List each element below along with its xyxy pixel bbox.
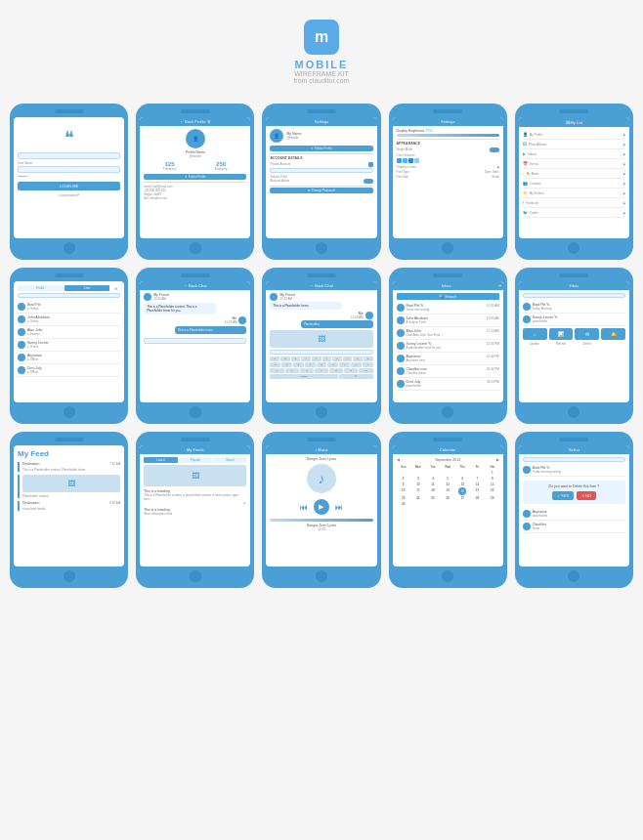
cal-d17[interactable]: 17 — [411, 487, 425, 495]
no-button[interactable]: ✕ NO — [577, 491, 596, 500]
cal-d22[interactable]: 22 — [486, 487, 499, 495]
cal-d30[interactable]: 30 — [397, 501, 410, 507]
home-button[interactable] — [442, 242, 453, 254]
key-n[interactable]: n — [344, 368, 358, 373]
next-month-btn[interactable]: ▶ — [496, 457, 499, 462]
inbox-dont-july[interactable]: Dont July placeholder 03:20 PM — [397, 378, 499, 391]
compose-icon[interactable]: ✏ — [498, 283, 501, 288]
del-clauditor[interactable]: Clauditor lorem — [523, 521, 625, 533]
cal-d16[interactable]: 16 — [397, 487, 410, 495]
change-password-button[interactable]: ⚙ Change Password — [270, 188, 372, 193]
key-c[interactable]: c — [300, 368, 314, 373]
home-button[interactable] — [190, 570, 201, 582]
cal-d26[interactable]: 26 — [441, 495, 454, 501]
key-t[interactable]: t — [312, 357, 322, 361]
next-icon[interactable]: ⏭ — [335, 503, 343, 512]
key-return[interactable]: ↵ — [339, 374, 373, 379]
cal-d19[interactable]: 19 — [441, 487, 454, 495]
cal-d27[interactable]: 27 — [455, 495, 469, 501]
key-e[interactable]: e — [291, 357, 301, 361]
username-input[interactable] — [18, 152, 120, 159]
key-z[interactable]: z — [270, 368, 283, 373]
popular-tab[interactable]: Popular — [179, 457, 212, 463]
list-contacts[interactable]: 👥 Contacts ▶ — [523, 179, 625, 189]
account-active-toggle[interactable] — [364, 179, 373, 184]
key-g[interactable]: g — [317, 362, 327, 367]
prev-icon[interactable]: ⏮ — [300, 503, 308, 512]
key-o[interactable]: o — [353, 357, 363, 361]
key-f[interactable]: f — [305, 362, 316, 367]
latest-tab[interactable]: Latest — [144, 457, 177, 463]
key-w[interactable]: w — [280, 357, 290, 361]
list-photo-albums[interactable]: 🖼 Photo Albums ▶ — [523, 140, 625, 149]
key-r[interactable]: r — [301, 357, 311, 361]
list-my-profile[interactable]: 👤 My Profile ▶ — [523, 130, 625, 140]
chat-brad-pitt[interactable]: Brad Pitt ● Online — [18, 301, 120, 314]
list-events[interactable]: 📅 Events ▶ — [523, 159, 625, 169]
chart-icon[interactable]: 📊 — [549, 328, 574, 340]
profile-tab[interactable]: Profile — [18, 285, 64, 291]
key-k[interactable]: k — [351, 362, 362, 367]
home-button[interactable] — [190, 406, 201, 418]
back-btn2[interactable]: ← Back — [310, 283, 323, 288]
graphics-mode-arrow[interactable]: ▶ — [497, 165, 499, 169]
key-j[interactable]: j — [339, 362, 350, 367]
home-button[interactable] — [316, 570, 327, 582]
cal-d28[interactable]: 28 — [470, 495, 484, 501]
yes-button[interactable]: ✓ YES — [552, 491, 574, 500]
inbox-john-abraham[interactable]: John Abraham A Subject Field 10:30 AM — [397, 315, 499, 327]
prev-month-btn[interactable]: ◀ — [397, 457, 400, 462]
key-s[interactable]: s — [281, 362, 292, 367]
cal-d24[interactable]: 24 — [411, 495, 425, 501]
inbox-clauditor[interactable]: Clauditor.com Clauditor place 02:42 PM — [397, 365, 499, 378]
list-facebook[interactable]: f Facebook ▶ — [523, 198, 625, 208]
settings-icon[interactable]: ⚙ — [207, 119, 211, 124]
color-sq4[interactable] — [414, 158, 419, 163]
subject-field-input[interactable] — [270, 168, 372, 173]
list-twitter[interactable]: 🐦 Twitter ▶ — [523, 208, 625, 218]
inbox-brad-pitt[interactable]: Brad Pitt % Some new writing... 10:30 AM — [397, 302, 499, 315]
chat-search-input[interactable] — [18, 293, 120, 298]
home-button[interactable] — [64, 570, 75, 582]
lost-password-link[interactable]: Lost password? — [18, 192, 120, 197]
type-here2-input[interactable] — [270, 350, 372, 355]
color-sq2[interactable] — [403, 158, 407, 163]
key-y[interactable]: y — [322, 357, 332, 361]
home-button[interactable] — [316, 242, 327, 254]
key-p[interactable]: p — [364, 357, 373, 361]
chat-tab[interactable]: Chat — [64, 285, 110, 291]
inbox-alan-john[interactable]: Alan John Dear Alan John Your Final... 1… — [397, 327, 499, 340]
brightness-bar[interactable] — [397, 134, 499, 137]
cal-d20-active[interactable]: 20 — [458, 487, 466, 495]
home-button[interactable] — [190, 242, 201, 254]
inbox-anyname[interactable]: Anyname Anyname here 12:44 PM — [397, 353, 499, 365]
key-u[interactable]: u — [332, 357, 342, 361]
color-sq3[interactable] — [408, 158, 413, 163]
home-button[interactable] — [64, 406, 75, 418]
key-i[interactable]: i — [343, 357, 353, 361]
login-button[interactable]: LOGIN ME — [18, 182, 120, 190]
play-icon[interactable]: ▶ — [319, 503, 323, 511]
home-button[interactable] — [568, 242, 579, 254]
home-icon[interactable]: ⌂ — [523, 328, 547, 340]
cal-d29[interactable]: 29 — [486, 495, 499, 501]
saved-tab[interactable]: Saved — [213, 457, 246, 463]
home-button[interactable] — [64, 242, 75, 254]
inbox-sunny-leonie[interactable]: Sunny Leonie % A placeholder send for yo… — [397, 340, 499, 353]
key-x[interactable]: x — [285, 368, 299, 373]
password-input[interactable] — [18, 166, 120, 173]
del-anyname[interactable]: Anyname placeholder — [523, 508, 625, 521]
follow-profile-button[interactable]: ✦ Follow Profile — [144, 174, 246, 180]
color-sq1[interactable] — [397, 158, 402, 163]
chat-john-abraham[interactable]: John Abraham ● Online — [18, 314, 120, 326]
key-h[interactable]: h — [327, 362, 338, 367]
inbox-search-input[interactable] — [523, 293, 625, 298]
mail-icon[interactable]: ✉ — [575, 328, 599, 340]
delete-brad-pitt[interactable]: Brad Pitt % Today morning writing — [523, 464, 625, 477]
home-button[interactable] — [568, 570, 579, 582]
single-mode-toggle[interactable] — [490, 147, 499, 152]
list-my-music[interactable]: ♪ My Music ▶ — [523, 169, 625, 179]
key-q[interactable]: q — [270, 357, 279, 361]
key-a[interactable]: a — [270, 362, 280, 367]
type-here-input[interactable] — [144, 338, 246, 344]
